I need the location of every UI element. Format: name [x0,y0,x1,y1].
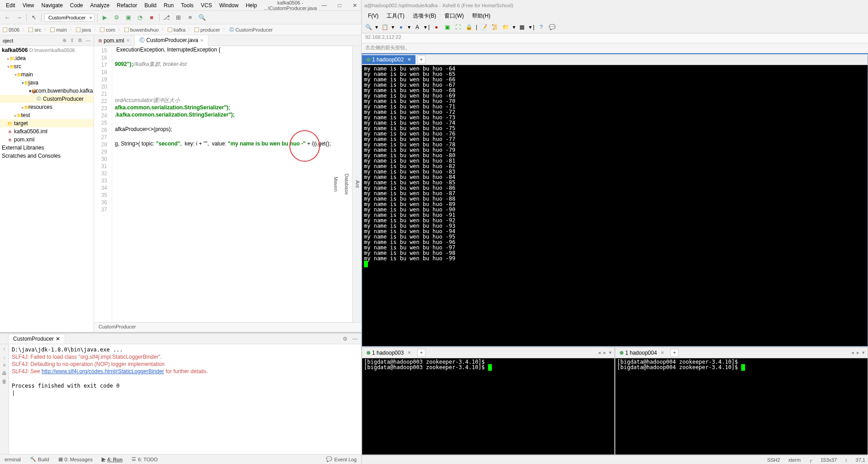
run-config-select[interactable]: CustomProducer [44,14,94,22]
tree-folder-test[interactable]: ▸📁test [0,111,94,119]
print-icon[interactable]: 🖶 [2,370,7,376]
nav-fwd-icon[interactable]: → [14,13,24,22]
menu-vcs[interactable]: VCS [198,1,215,9]
note-icon[interactable]: 📝 [480,23,488,31]
green-icon[interactable]: ▣ [443,23,451,31]
maximize-button[interactable]: □ [336,2,343,9]
new-tab-button[interactable]: + [417,349,425,357]
menu-icon[interactable]: ▾ [862,350,865,356]
run-icon[interactable]: ▶ [100,13,109,22]
close-icon[interactable]: ✕ [660,350,664,355]
font-icon[interactable]: A [413,23,421,31]
terminal-output-br[interactable]: [bigdata@hadoop004 zookeeper-3.4.10]$ [b… [615,358,868,455]
menu-edit[interactable]: Edit [3,1,19,9]
build-tab[interactable]: 🔨Build [25,456,53,462]
prev-icon[interactable]: ◂ [851,350,854,356]
debug-icon[interactable]: ⚙ [112,13,121,22]
editor-breadcrumb[interactable]: CustomProducer [94,322,361,332]
breadcrumb-3[interactable]: java [76,27,98,33]
xs-menu-item[interactable]: 窗口(W) [441,11,467,21]
close-icon[interactable]: ✕ [56,336,60,342]
collapse-icon[interactable]: ⇕ [70,37,74,43]
tree-folder-main[interactable]: ▾📁main [0,70,94,79]
tree-package[interactable]: ▾📦com.buwenbuhuo.kafka.produc [0,87,94,95]
code-editor[interactable]: 15 16 17 18 19 20 21 22 23 24 25 26 27 2… [94,46,361,322]
breadcrumb-4[interactable]: com [100,27,123,33]
menu-view[interactable]: View [19,1,38,9]
breadcrumb-1[interactable]: src [28,27,48,33]
tab-customproducer[interactable]: ⒸCustomProducer.java✕ [135,35,209,46]
menu-help[interactable]: Help [243,1,260,9]
wrap-icon[interactable]: ≡ [3,362,5,368]
xs-menu-item[interactable]: 帮助(H) [468,11,494,21]
project-header[interactable]: oject ⊕ ⇕ ⚙ — [0,35,94,46]
search-icon[interactable]: 🔍 [364,23,373,31]
breadcrumb-2[interactable]: main [50,27,74,33]
down-icon[interactable]: ↓ [3,354,6,360]
menu-analyze[interactable]: Analyze [87,1,113,9]
target-icon[interactable]: ⊕ [62,37,66,43]
tree-folder-idea[interactable]: ▸📁.idea [0,54,94,62]
layout-icon[interactable]: ▦ [518,23,526,31]
tab-hadoop003[interactable]: 1 hadoop003✕ [362,348,415,357]
close-icon[interactable]: ✕ [407,350,411,355]
tree-root[interactable]: kafka0506 D:\maven\kafka0506 [0,46,94,54]
help-icon[interactable]: ? [537,23,545,31]
trash-icon[interactable]: 🗑 [2,379,7,384]
ant-tab[interactable]: Ant [355,49,360,319]
messages-tab[interactable]: ▦0: Messages [54,456,97,462]
menu-navigate[interactable]: Navigate [38,1,66,9]
tree-folder-resources[interactable]: ▸📁resources [0,103,94,111]
xs-menu-item[interactable]: 选项卡(B) [409,11,440,21]
tree-class-customproducer[interactable]: ⒸCustomProducer [0,95,94,103]
run-tab[interactable]: ▶4: Run [97,456,127,462]
tree-file-pom[interactable]: mpom.xml [0,136,94,144]
right-tool-strip[interactable]: Ant Database Maven [352,46,361,322]
menu-code[interactable]: Code [67,1,86,9]
run-tab-active[interactable]: CustomProducer✕ [8,334,65,343]
xs-menu-item[interactable]: 工具(T) [383,11,408,21]
lock-icon[interactable]: 🔒 [465,23,473,31]
event-log[interactable]: 💬Event Log [321,456,361,462]
scratches[interactable]: Scratches and Consoles [0,152,94,160]
folder-icon[interactable]: 📁 [502,23,510,31]
breadcrumb-8[interactable]: ⒸCustomProducer [229,26,276,33]
todo-tab[interactable]: ☰6: TODO [127,456,162,462]
close-icon[interactable]: ✕ [126,38,130,43]
project-tree[interactable]: kafka0506 D:\maven\kafka0506 ▸📁.idea ▾📁s… [0,46,94,332]
console-output[interactable]: D:\java\jdk-1.8.0\bin\java.exe ... SLF4J… [9,344,361,454]
tree-folder-target[interactable]: 📁target [0,119,94,127]
coverage-icon[interactable]: ▣ [124,13,133,22]
globe-icon[interactable]: ● [397,23,405,31]
next-icon[interactable]: ▸ [857,350,859,356]
tab-hadoop004[interactable]: 1 hadoop004✕ [615,348,669,357]
menu-tools[interactable]: Tools [178,1,197,9]
stop-icon[interactable]: ■ [147,13,156,22]
breadcrumb-7[interactable]: producer [194,27,227,33]
structure-icon[interactable]: ⊞ [174,13,183,22]
profile-icon[interactable]: ◔ [136,13,145,22]
xs-menu-item[interactable]: F(V) [364,12,382,20]
tab-hadoop002[interactable]: 1 hadoop002✕ [362,55,415,64]
menu-run[interactable]: Run [160,1,177,9]
new-tab-button[interactable]: + [670,349,679,357]
prev-icon[interactable]: ◂ [598,350,601,356]
terminal-output-bl[interactable]: [bigdata@hadoop003 zookeeper-3.4.10]$ [b… [362,358,614,455]
menu-build[interactable]: Build [142,1,160,9]
menu-window[interactable]: Window [216,1,242,9]
xs-address[interactable]: 92.168.2.112:22 [362,33,868,43]
tree-folder-java[interactable]: ▾📁java [0,79,94,87]
tree-file-iml[interactable]: mkafka0506.iml [0,127,94,136]
tab-pom[interactable]: mpom.xml✕ [94,36,135,45]
terminal-output-top[interactable]: my name is bu wen bu huo -64 my name is … [362,65,868,346]
copy-icon[interactable]: 📋 [381,23,389,31]
breadcrumb-0[interactable]: 0506 [3,27,27,33]
close-icon[interactable]: ✕ [407,57,411,62]
menu-refactor[interactable]: Refactor [113,1,140,9]
next-icon[interactable]: ▸ [604,350,606,356]
breadcrumb-5[interactable]: buwenbuhuo [124,27,166,33]
chat-icon[interactable]: 💬 [548,23,556,31]
search-icon[interactable]: 🔍 [198,13,207,22]
close-icon[interactable]: ✕ [200,38,203,43]
settings-icon[interactable]: ≡ [186,13,195,22]
